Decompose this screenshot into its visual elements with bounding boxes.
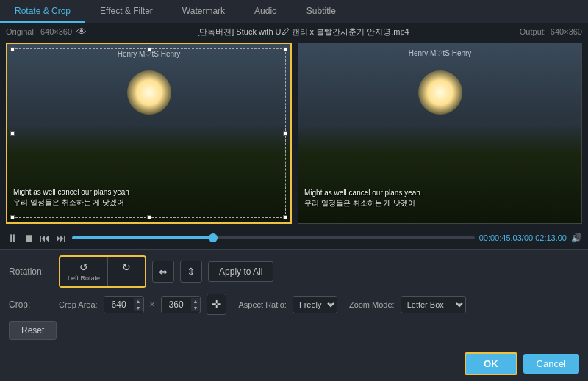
rotation-label: Rotation: (9, 266, 53, 277)
crop-height-down[interactable]: ▼ (191, 305, 201, 311)
tab-rotate-crop[interactable]: Rotate & Crop (0, 1, 85, 23)
original-res: 640×360 (40, 27, 72, 36)
output-subtitle-line1: Might as well cancel our plans yeah (304, 188, 576, 198)
reset-button[interactable]: Reset (9, 321, 57, 340)
output-video: Henry M♡tS Henry Might as well cancel ou… (298, 43, 581, 223)
play-controls: ⏸ ⏹ ⏮ ⏭ (6, 231, 68, 245)
subtitle-line1: Might as well cancel our plans yeah (13, 187, 284, 197)
crop-width-down[interactable]: ▼ (134, 305, 143, 311)
tab-watermark[interactable]: Watermark (168, 1, 240, 23)
zoom-label: Zoom Mode: (349, 300, 395, 309)
tab-bar: Rotate & Crop Effect & Filter Watermark … (0, 0, 588, 23)
subtitle-text: Might as well cancel our plans yeah 우리 일… (13, 187, 284, 208)
pause-button[interactable]: ⏸ (6, 231, 19, 245)
reset-row: Reset (9, 321, 579, 340)
crop-width-up[interactable]: ▲ (134, 298, 143, 305)
flip-vertical-icon: ⇕ (187, 266, 196, 277)
seekbar-thumb[interactable] (209, 233, 218, 242)
volume-icon[interactable]: 🔊 (571, 233, 582, 243)
subtitle-line2: 우리 일정들은 취소하는 게 낫겠어 (13, 197, 284, 208)
video-header: Original: 640×360 👁 [단독버전] Stuck with U🖊… (0, 23, 588, 40)
x-separator: × (150, 300, 155, 310)
flip-horizontal-icon: ⇔ (159, 266, 168, 277)
seekbar-fill (72, 236, 213, 239)
crop-area-label: Crop Area: (59, 300, 98, 309)
prev-button[interactable]: ⏮ (38, 231, 51, 245)
crop-width-spinners: ▲ ▼ (134, 298, 143, 311)
output-label: Output: (520, 27, 546, 36)
seekbar-track[interactable] (72, 236, 475, 239)
original-video: Henry M♡tS Henry Might as well cancel ou… (7, 44, 290, 222)
left-rotate-label: Left Rotate (68, 275, 100, 282)
flip-horizontal-button[interactable]: ⇔ (152, 261, 174, 283)
eye-icon[interactable]: 👁 (76, 26, 87, 37)
output-subtitle-text: Might as well cancel our plans yeah 우리 일… (304, 188, 576, 208)
video-header-left: Original: 640×360 👁 (6, 26, 87, 37)
video-panels: Henry M♡tS Henry Might as well cancel ou… (0, 40, 588, 227)
current-time: 00:00:45.03 (479, 233, 522, 242)
left-rotate-button[interactable]: ↺ Left Rotate (60, 257, 108, 286)
right-rotate-button[interactable]: ↻ (108, 257, 145, 286)
tab-effect-filter[interactable]: Effect & Filter (85, 1, 168, 23)
main-content: Original: 640×360 👁 [단독버전] Stuck with U🖊… (0, 23, 588, 381)
zoom-mode-select[interactable]: Letter Box Pan & Scan Full (401, 296, 466, 313)
ok-button[interactable]: OK (465, 352, 517, 375)
output-video-panel: Henry M♡tS Henry Might as well cancel ou… (298, 43, 582, 224)
total-time: 00:02:13.00 (524, 233, 567, 242)
rotation-row: Rotation: ↺ Left Rotate ↻ ⇔ ⇕ Apply to A… (9, 255, 579, 288)
crop-height-input-group: ▲ ▼ (161, 296, 201, 313)
sun-graphic (127, 70, 171, 115)
crop-height-up[interactable]: ▲ (191, 298, 201, 305)
watermark-text: Henry M♡tS Henry (118, 50, 181, 58)
next-button[interactable]: ⏭ (54, 231, 68, 245)
file-title: [단독버전] Stuck with U🖊 캔리 x 볼빨간사춘기 안지영.mp4 (197, 26, 409, 37)
rotation-btn-group: ↺ Left Rotate ↻ (59, 255, 146, 288)
video-header-right: Output: 640×360 (520, 27, 582, 36)
flip-vertical-button[interactable]: ⇕ (180, 261, 202, 283)
original-label: Original: (6, 27, 36, 36)
seekbar-area: ⏸ ⏹ ⏮ ⏭ 00:00:45.03/00:02:13.00 🔊 (0, 227, 588, 249)
video-area: Original: 640×360 👁 [단독버전] Stuck with U🖊… (0, 23, 588, 249)
output-res: 640×360 (551, 27, 582, 36)
aspect-label: Aspect Ratio: (238, 300, 286, 309)
crop-center-button[interactable]: ✛ (207, 294, 226, 315)
crop-label: Crop: (9, 300, 53, 310)
crop-row: Crop: Crop Area: ▲ ▼ × ▲ ▼ ✛ Aspect Rati… (9, 294, 579, 315)
apply-all-button[interactable]: Apply to All (208, 261, 273, 282)
tab-audio[interactable]: Audio (240, 1, 292, 23)
output-subtitle-line2: 우리 일정들은 취소하는 게 낫겠어 (304, 198, 576, 208)
cancel-button[interactable]: Cancel (523, 354, 579, 374)
aspect-select-wrapper: Freely 16:9 4:3 1:1 9:16 (293, 296, 337, 313)
bottom-bar: OK Cancel (0, 346, 588, 381)
zoom-select-wrapper: Letter Box Pan & Scan Full (401, 296, 466, 313)
left-rotate-icon: ↺ (79, 261, 88, 273)
crop-height-input[interactable] (162, 297, 191, 313)
crop-width-input[interactable] (104, 297, 134, 313)
crop-height-spinners: ▲ ▼ (191, 298, 201, 311)
output-watermark-text: Henry M♡tS Henry (409, 49, 472, 57)
crop-width-input-group: ▲ ▼ (104, 296, 144, 313)
time-display: 00:00:45.03/00:02:13.00 (479, 233, 567, 242)
controls-panel: Rotation: ↺ Left Rotate ↻ ⇔ ⇕ Apply to A… (0, 249, 588, 346)
aspect-ratio-select[interactable]: Freely 16:9 4:3 1:1 9:16 (293, 296, 337, 313)
original-video-panel: Henry M♡tS Henry Might as well cancel ou… (6, 43, 292, 224)
right-rotate-icon: ↻ (122, 261, 131, 273)
output-sun-graphic (418, 70, 462, 115)
stop-button[interactable]: ⏹ (22, 231, 35, 245)
tab-subtitle[interactable]: Subtitle (292, 1, 351, 23)
